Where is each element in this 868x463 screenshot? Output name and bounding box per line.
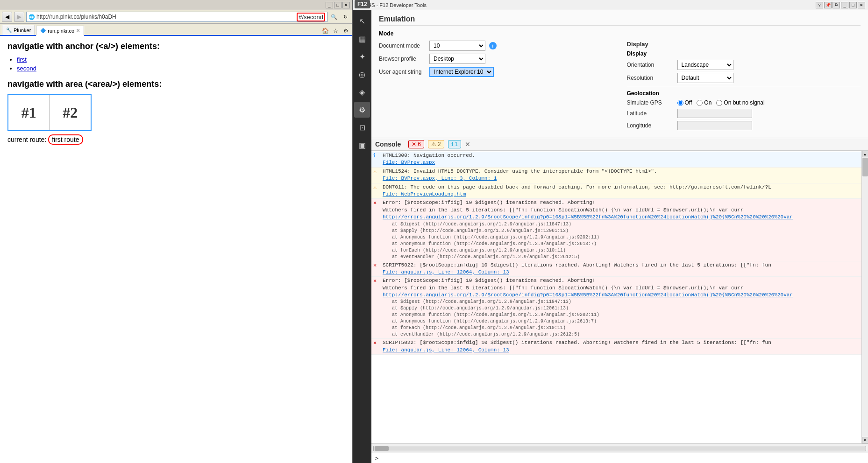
sidebar-debug-icon[interactable]: ◈ (354, 84, 370, 100)
tab-run-close[interactable]: ✕ (76, 28, 80, 33)
area-map-section: #1 #2 current route: first route (7, 94, 344, 143)
area-2-label: #2 (63, 104, 78, 121)
browser-title-bar: _ □ ✕ (0, 0, 352, 10)
gear-icon[interactable]: ⚙ (342, 27, 350, 35)
console-warn-badge[interactable]: ⚠ 2 (428, 140, 444, 148)
devtools-maximize-btn[interactable]: □ (849, 2, 857, 8)
area-1[interactable]: #1 (8, 95, 50, 130)
devtools-close-btn[interactable]: ✕ (858, 2, 865, 8)
console-input[interactable] (378, 455, 864, 462)
msg-3-stack: at $digest (http://code.angularjs.org/1.… (383, 221, 860, 260)
tabs-bar: 🔧 Plunker 🔷 run.plnkr.co ✕ 🏠 ☆ ⚙ (0, 24, 352, 36)
msg-2-icon: ⚠ (373, 184, 381, 192)
latitude-input[interactable] (677, 109, 752, 118)
heading-area: navigatie with area (<area/>) elements: (7, 79, 344, 89)
display-label: Display (627, 50, 861, 57)
console-input-row: > (371, 453, 868, 463)
browser-content: navigatie with anchor (<a/>) elements: f… (0, 36, 352, 463)
devtools-minimize-btn[interactable]: _ (841, 2, 848, 8)
h-scroll-thumb[interactable] (375, 446, 389, 451)
msg-5-link[interactable]: http://errors.angularjs.org/1.2.9/$rootS… (383, 292, 793, 298)
console-error-badge[interactable]: ✕ 6 (408, 140, 424, 148)
sidebar-screen-icon[interactable]: ▦ (354, 31, 370, 47)
console-scrollbar[interactable]: ▲ ▼ (861, 151, 868, 443)
orientation-row: Orientation Landscape (627, 60, 861, 70)
console-clear-button[interactable]: ✕ (465, 140, 470, 148)
home-icon[interactable]: 🏠 (321, 27, 329, 35)
doc-mode-select[interactable]: 10 (429, 41, 485, 51)
sidebar-network-icon[interactable]: ✦ (354, 49, 370, 64)
tab-run-plnkr[interactable]: 🔷 run.plnkr.co ✕ (36, 26, 84, 36)
msg-0-file[interactable]: File: BVPrev.aspx (383, 160, 435, 165)
msg-4-text: SCRIPT5022: [$rootScope:infdig] 10 $dige… (383, 262, 860, 276)
msg-3-link[interactable]: http://errors.angularjs.org/1.2.9/$rootS… (383, 214, 793, 220)
msg-1-file[interactable]: File: BVPrev.aspx, Line: 3, Column: 1 (383, 175, 497, 181)
devtools-title-text: h0aDHS - F12 Developer Tools (356, 2, 816, 8)
gps-on-radio[interactable] (697, 100, 703, 106)
devtools-panel: h0aDHS - F12 Developer Tools ? 📌 ⧉ _ □ ✕… (353, 0, 868, 463)
longitude-input[interactable] (677, 121, 752, 130)
browser-profile-label: Browser profile (379, 56, 426, 62)
gps-off-radio[interactable] (677, 100, 683, 106)
msg-6-text: SCRIPT5022: [$rootScope:infdig] 10 $dige… (383, 339, 860, 354)
browser-maximize-btn[interactable]: □ (334, 2, 342, 8)
display-section-title: Display (627, 41, 861, 48)
doc-mode-info-icon[interactable]: i (489, 42, 497, 49)
back-button[interactable]: ◀ (2, 12, 12, 22)
resolution-select[interactable]: Default (677, 73, 733, 83)
second-link[interactable]: second (17, 65, 36, 72)
msg-2-file[interactable]: File: WebPreviewLoading.htm (383, 191, 466, 197)
area-1-label: #1 (21, 104, 36, 121)
console-msg-3: ✕ Error: [$rootScope:infdig] 10 $digest(… (371, 199, 861, 261)
sidebar-console-icon[interactable]: ▣ (354, 137, 370, 153)
msg-3-text: Error: [$rootScope:infdig] 10 $digest() … (383, 199, 860, 260)
console-toolbar: Console ✕ 6 ⚠ 2 ℹ 1 ✕ (371, 138, 868, 151)
horizontal-scrollbar[interactable] (373, 446, 866, 451)
forward-button[interactable]: ▶ (14, 12, 24, 22)
sidebar-cursor-icon[interactable]: ↖ (354, 13, 370, 29)
gps-no-signal-option[interactable]: On but no signal (716, 99, 764, 106)
first-link[interactable]: first (17, 56, 27, 63)
console-body: ℹ HTML1300: Navigation occurred. File: B… (371, 151, 868, 443)
devtools-main: Emulation Mode Document mode 10 (371, 10, 868, 463)
latitude-label: Latitude (627, 110, 674, 117)
devtools-detach-btn[interactable]: ⧉ (832, 2, 840, 8)
msg-6-file[interactable]: File: angular.js, Line: 12064, Column: 1… (383, 347, 509, 353)
msg-1-text: HTML1524: Invalid HTML5 DOCTYPE. Conside… (383, 168, 860, 182)
gps-on-option[interactable]: On (697, 99, 711, 106)
sidebar-wifi-icon[interactable]: ◎ (354, 66, 370, 82)
refresh-button[interactable]: ↻ (341, 12, 350, 21)
scroll-up-arrow[interactable]: ▲ (862, 151, 868, 157)
browser-close-btn[interactable]: ✕ (342, 2, 350, 8)
msg-4-file[interactable]: File: angular.js, Line: 12064, Column: 1… (383, 269, 509, 275)
console-bottom-bar (371, 443, 868, 453)
devtools-pin-btn[interactable]: 📌 (824, 2, 832, 8)
scroll-down-arrow[interactable]: ▼ (862, 437, 868, 443)
document-mode-row: Document mode 10 i (379, 41, 613, 51)
address-bar[interactable]: 🌐 http://run.plnkr.co/plunks/h0aDH#/seco… (26, 12, 327, 22)
doc-mode-label: Document mode (379, 42, 426, 49)
gps-off-option[interactable]: Off (677, 99, 692, 106)
console-msg-1: ⚠ HTML1524: Invalid HTML5 DOCTYPE. Consi… (371, 168, 861, 183)
user-agent-select[interactable]: Internet Explorer 10 (429, 67, 494, 77)
browser-minimize-btn[interactable]: _ (326, 2, 333, 8)
browser-profile-select[interactable]: Desktop (429, 54, 485, 64)
devtools-help-btn[interactable]: ? (816, 2, 823, 8)
console-info-badge[interactable]: ℹ 1 (448, 140, 462, 148)
sidebar-emulation-icon[interactable]: ⚙ (354, 102, 370, 118)
orientation-select[interactable]: Landscape (677, 60, 733, 70)
area-2[interactable]: #2 (50, 95, 91, 130)
search-button[interactable]: 🔍 (329, 12, 339, 21)
sidebar-camera-icon[interactable]: ⊡ (354, 119, 370, 135)
error-badge-count: 6 (418, 141, 421, 147)
gps-on-label: On (704, 99, 711, 106)
current-route-text: current route: first route (7, 136, 344, 143)
tab-plunker[interactable]: 🔧 Plunker (2, 25, 35, 35)
gps-no-signal-radio[interactable] (716, 100, 722, 106)
browser-profile-row: Browser profile Desktop (379, 54, 613, 64)
scroll-thumb[interactable] (862, 158, 868, 176)
f12-key-badge: F12 (355, 0, 370, 8)
star-icon[interactable]: ☆ (331, 27, 340, 35)
tab-run-icon: 🔷 (40, 28, 46, 33)
longitude-row: Longitude (627, 121, 861, 130)
